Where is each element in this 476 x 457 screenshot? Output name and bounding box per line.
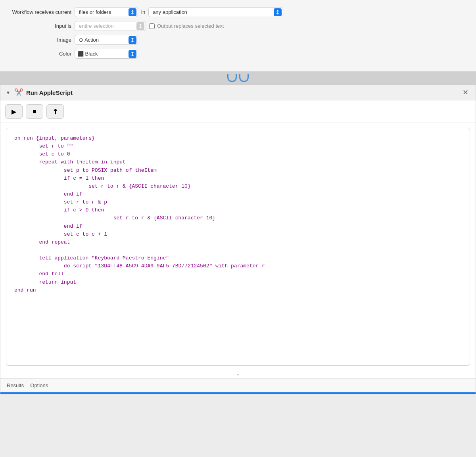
blue-accent-border: [0, 392, 476, 394]
input-row: Input is entire selection Output replace…: [8, 21, 468, 31]
panel-title: Run AppleScript: [26, 89, 73, 96]
tab-options[interactable]: Options: [30, 382, 48, 389]
stop-button[interactable]: ■: [26, 104, 43, 119]
input-is-label: Input is: [8, 23, 71, 29]
image-label: Image: [8, 37, 71, 43]
input-is-dropdown-wrapper[interactable]: entire selection: [75, 21, 146, 31]
divider: [0, 72, 476, 84]
connector-arcs: [227, 74, 249, 82]
color-row: Color ⬛ Black: [8, 49, 468, 59]
output-replaces-label[interactable]: Output replaces selected text: [149, 23, 224, 29]
run-button[interactable]: ▶: [5, 104, 23, 119]
panel-header: ▾ ✂️ Run AppleScript ✕: [0, 85, 476, 100]
color-select[interactable]: ⬛ Black: [75, 49, 138, 59]
compile-icon: ↗: [50, 106, 60, 117]
config-panel: Workflow receives current files or folde…: [0, 0, 476, 72]
close-button[interactable]: ✕: [460, 88, 471, 97]
image-select[interactable]: ⊙ Action: [75, 35, 138, 45]
arc-right: [239, 74, 249, 82]
applescript-panel: ▾ ✂️ Run AppleScript ✕ ▶ ■ ↗ on run {inp…: [0, 84, 476, 394]
application-dropdown-wrapper[interactable]: any application: [148, 7, 283, 17]
color-label: Color: [8, 51, 71, 57]
compile-button[interactable]: ↗: [46, 104, 64, 119]
panel-header-left: ▾ ✂️ Run AppleScript: [5, 88, 73, 97]
stop-icon: ■: [33, 108, 36, 115]
script-toolbar: ▶ ■ ↗: [0, 100, 476, 123]
color-dropdown-wrapper[interactable]: ⬛ Black: [75, 49, 138, 59]
files-dropdown-wrapper[interactable]: files or folders: [75, 7, 138, 17]
workflow-label: Workflow receives current: [8, 9, 71, 15]
in-label: in: [141, 9, 145, 15]
output-replaces-checkbox[interactable]: [149, 23, 155, 29]
tab-results[interactable]: Results: [7, 382, 24, 389]
input-is-select[interactable]: entire selection: [75, 21, 146, 31]
image-dropdown-wrapper[interactable]: ⊙ Action: [75, 35, 138, 45]
image-row: Image ⊙ Action: [8, 35, 468, 45]
files-select[interactable]: files or folders: [75, 7, 138, 17]
scroll-indicator: ●: [0, 371, 476, 378]
collapse-button[interactable]: ▾: [5, 88, 11, 96]
arc-left: [227, 74, 237, 82]
code-editor[interactable]: on run {input, parameters} set r to "" s…: [6, 128, 470, 366]
bottom-tabs: Results Options: [0, 378, 476, 392]
applescript-icon: ✂️: [14, 88, 23, 97]
run-icon: ▶: [12, 108, 16, 115]
application-select[interactable]: any application: [148, 7, 283, 17]
workflow-row: Workflow receives current files or folde…: [8, 7, 468, 17]
